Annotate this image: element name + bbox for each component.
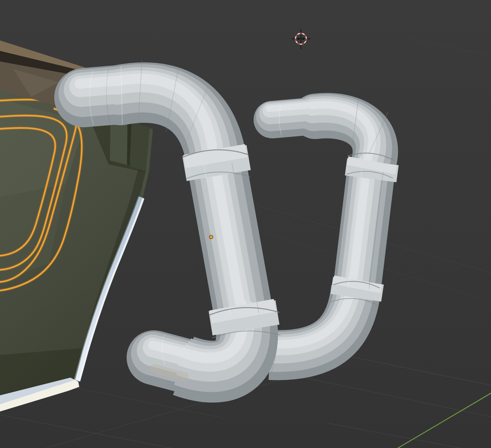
- viewport-wrap: [0, 0, 491, 448]
- origin-dot[interactable]: [209, 235, 213, 239]
- viewport-canvas[interactable]: [0, 0, 491, 448]
- machine-post-face: [110, 120, 129, 165]
